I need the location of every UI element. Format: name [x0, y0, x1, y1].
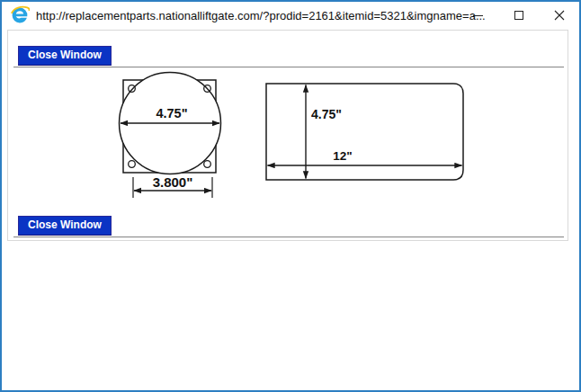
plate-diameter-label: 4.75": [156, 106, 187, 120]
maximize-button[interactable]: [498, 2, 539, 29]
browser-popup-window: http://replacementparts.nationalliftgate…: [0, 0, 581, 392]
minimize-button[interactable]: [458, 2, 498, 29]
panel-height-label: 4.75": [311, 107, 342, 121]
window-title-url: http://replacementparts.nationalliftgate…: [36, 9, 486, 22]
bolt-hole-bottom-left: [129, 161, 136, 168]
divider-top: [13, 67, 564, 67]
maximize-icon: [514, 11, 523, 20]
part-dimension-diagram: 4.75" 3.800" 4.75" 12": [8, 71, 568, 215]
divider-bottom: [13, 236, 564, 237]
window-controls: [458, 2, 579, 29]
close-window-button-bottom[interactable]: Close Window: [18, 216, 112, 236]
bolt-hole-bottom-right: [204, 161, 211, 168]
panel-width-label: 12": [333, 149, 352, 163]
panel-drawing: [266, 84, 463, 180]
plate-hole-spacing-label: 3.800": [153, 174, 193, 190]
page-content-frame: Close Window: [7, 30, 568, 241]
minimize-icon: [473, 15, 483, 16]
close-window-button-top[interactable]: Close Window: [18, 46, 112, 66]
close-button[interactable]: [539, 2, 579, 29]
titlebar[interactable]: http://replacementparts.nationalliftgate…: [2, 2, 579, 29]
internet-explorer-icon: [10, 5, 30, 25]
close-icon: [554, 10, 565, 21]
